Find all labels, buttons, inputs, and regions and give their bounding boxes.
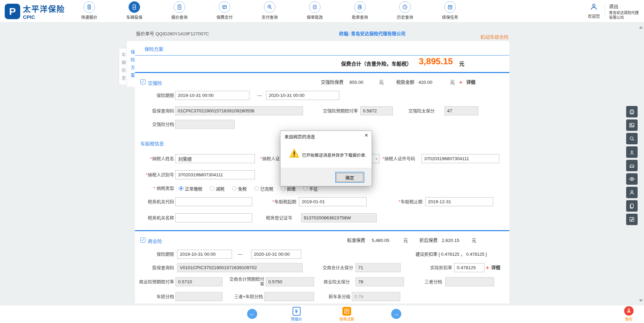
damage-tier-label: 车损分档	[135, 292, 174, 301]
commercial-detail-button[interactable]: 详细	[491, 264, 500, 272]
commercial-period-start-input[interactable]	[177, 250, 232, 259]
divider	[135, 72, 509, 73]
product-type: 机动车综合险	[480, 33, 509, 40]
unit: 元	[472, 237, 476, 244]
discounted-premium-label: 折后保费	[419, 237, 438, 244]
plan-title[interactable]: 保险方案	[144, 45, 163, 52]
back-button[interactable]: ←	[247, 309, 257, 319]
vehicle-insure-icon	[129, 1, 140, 13]
save-stamp-icon	[624, 306, 634, 316]
tab-vehicle-info[interactable]: 车辆信息	[119, 48, 127, 85]
tax-amount-label: 税款金额	[396, 79, 414, 86]
compulsory-period-start-input[interactable]	[175, 91, 249, 100]
taxpayer-id-input[interactable]	[175, 170, 255, 179]
tax-org-code-label: 税务机关代码	[135, 197, 174, 206]
plus-icon[interactable]: +	[486, 264, 489, 272]
actual-discount-input[interactable]	[454, 263, 484, 272]
compulsory-checkbox[interactable]	[140, 79, 145, 84]
terminal-name: 终端: 青岛安达保险代理有限公司	[339, 30, 405, 37]
commercial-period-end-input[interactable]	[251, 250, 301, 259]
contact-icon[interactable]	[626, 187, 638, 198]
dialog-ok-button[interactable]: 确定	[335, 172, 364, 183]
std-premium-label: 标准保费	[347, 237, 365, 244]
tax-org-name-input[interactable]	[175, 213, 252, 222]
nav-item-endorse-query[interactable]: 批单查询	[337, 1, 382, 20]
image-icon[interactable]	[626, 119, 638, 131]
quote-query-icon	[174, 1, 185, 13]
std-premium-value: 5,480.05	[372, 237, 389, 244]
nav-item-premium-pay[interactable]: 保费支付	[202, 1, 247, 20]
top-nav-bar: P 太平洋保险 CPIC 快速报价 车辆投保 报价查询 保费支付 支付查询	[0, 0, 644, 23]
tax-start-input[interactable]	[299, 197, 367, 206]
zoom-icon[interactable]	[626, 133, 638, 144]
combined-loss-input	[266, 277, 314, 286]
compulsory-score-label: 交强险太保分	[390, 106, 435, 115]
radio-reduced-tax[interactable]: 减税	[210, 185, 225, 192]
total-premium-unit: 元	[459, 60, 464, 67]
history-query-icon	[399, 1, 411, 13]
radio-dot	[281, 186, 285, 191]
query-code-label: 投保查询码	[135, 106, 174, 115]
taxpayer-id-label: *纳税人识别号	[135, 170, 174, 179]
cpic-logo-icon: P	[5, 4, 20, 19]
plus-icon[interactable]: +	[459, 79, 463, 86]
brand-name: 太平洋保险	[23, 3, 65, 14]
tax-org-name-label: 税务机关名称	[135, 213, 174, 222]
combined-loss-label: 交商合计预期赔付率	[225, 276, 264, 287]
tax-reg-no-label: 税务登记证号	[248, 213, 292, 222]
nav-item-history-query[interactable]: 历史查询	[382, 1, 428, 20]
commercial-title[interactable]: 商业险	[148, 238, 162, 244]
divider	[135, 230, 509, 231]
nav-item-renewal-task[interactable]: 续保任务	[428, 1, 473, 20]
unit: 元	[379, 79, 384, 86]
print-icon[interactable]	[626, 106, 638, 117]
save-draft-button[interactable]: 暂存	[624, 306, 634, 322]
cert-type-label: *纳税人证	[243, 154, 280, 163]
cert-no-input[interactable]	[421, 154, 499, 163]
radio-normal-tax[interactable]: 正常缴税	[179, 185, 202, 192]
commercial-query-code-input	[177, 263, 303, 272]
nav-item-quick-quote[interactable]: 快速报价	[67, 1, 112, 20]
user-icon	[590, 3, 598, 12]
total-premium-value: 3,895.15	[419, 56, 453, 67]
policy-endorse-icon	[309, 1, 320, 13]
radio-dot	[179, 186, 183, 191]
unit: 元	[403, 237, 408, 244]
compulsory-query-code-input	[175, 106, 303, 115]
forward-button[interactable]: →	[391, 309, 401, 319]
tab-insurance-plan[interactable]: 保险方案	[127, 41, 136, 87]
document-icon[interactable]	[626, 200, 638, 212]
tax-start-label: *车船税起期	[252, 197, 296, 206]
nav-item-quote-query[interactable]: 报价查询	[157, 1, 202, 20]
preview-icon[interactable]	[626, 173, 638, 185]
tax-end-input[interactable]	[425, 197, 493, 206]
tax-org-code-input[interactable]	[175, 197, 252, 206]
close-icon[interactable]: ✕	[364, 133, 368, 138]
compulsory-title[interactable]: 交强险	[148, 79, 162, 86]
download-icon[interactable]	[626, 146, 638, 158]
third-damage-tier-input	[264, 292, 314, 301]
commercial-score-input	[355, 277, 404, 286]
premium-calc-button[interactable]: 保费试算	[339, 307, 354, 322]
scroll-down-icon[interactable]	[639, 299, 643, 302]
compulsory-period-end-input[interactable]	[266, 91, 339, 100]
scroll-up-icon[interactable]	[639, 26, 643, 29]
premium-calc-icon	[342, 307, 351, 316]
edit-icon[interactable]	[626, 214, 638, 225]
radio-exempt-tax[interactable]: 免税	[232, 185, 247, 192]
bottom-toolbar: ← ¥ 预报价 保费试算 → 暂存	[0, 306, 644, 323]
commercial-checkbox[interactable]	[140, 238, 145, 243]
commercial-query-code-label: 投保查询码	[135, 263, 174, 272]
prequote-button[interactable]: ¥ 预报价	[291, 307, 302, 322]
commercial-period-label: 保险期限	[135, 250, 174, 259]
nav-item-vehicle-insure[interactable]: 车辆投保	[112, 1, 157, 20]
radio-paid-tax[interactable]: 已完税	[254, 185, 273, 192]
nav-item-policy-endorse[interactable]: 保单批改	[292, 1, 337, 20]
divider	[135, 55, 509, 56]
nav-item-payment-query[interactable]: 支付查询	[247, 1, 292, 20]
compulsory-detail-button[interactable]: 详细	[466, 79, 475, 86]
logout-link[interactable]: 退出	[609, 3, 640, 9]
agency-name: 青岛安达保险代理有限公司	[609, 10, 640, 20]
vehicle-icon[interactable]	[626, 160, 638, 171]
renewal-task-icon	[444, 1, 456, 13]
